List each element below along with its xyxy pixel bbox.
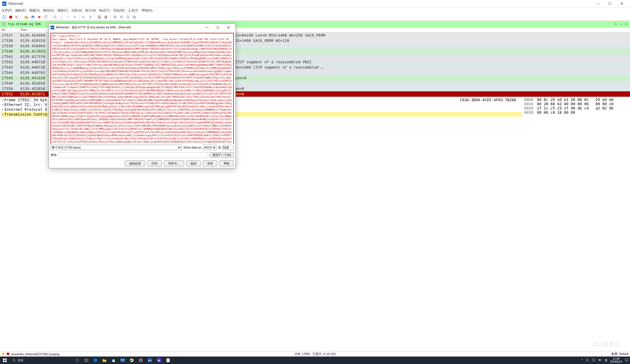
goto-icon[interactable] [72, 14, 77, 20]
svg-rect-4 [32, 17, 34, 18]
zoom-reset-icon[interactable] [125, 14, 131, 20]
close-file-icon[interactable] [37, 14, 42, 20]
menu-telephony[interactable]: 电话(Y) [99, 8, 110, 13]
menu-edit[interactable]: 编辑(E) [15, 8, 26, 13]
dialog-maximize[interactable]: ☐ [212, 24, 223, 31]
menu-wireless[interactable]: 无线(W) [113, 8, 125, 13]
last-icon[interactable] [87, 14, 93, 20]
stream-content[interactable]: GET /login;HTTP/1.1 User-Agent: Mozilla/… [49, 31, 235, 117]
minimize-button[interactable]: — [592, 0, 604, 7]
main-titlebar: *Ethernet0 — ☐ ✕ [0, 0, 630, 7]
menu-view[interactable]: 视图(V) [29, 8, 40, 13]
filter-clear-icon[interactable] [613, 21, 618, 27]
svg-point-5 [54, 16, 56, 18]
first-icon[interactable] [81, 14, 86, 20]
dialog-title: Wireshark · 追踪 HTTP 流 (tcp.stream eq 506… [56, 25, 202, 29]
dialog-close[interactable]: ✕ [223, 24, 234, 31]
stop-capture-icon[interactable] [8, 14, 13, 20]
next-icon[interactable] [65, 14, 71, 20]
wireshark-icon [2, 2, 6, 6]
reload-icon[interactable] [43, 14, 48, 20]
maximize-button[interactable]: ☐ [604, 0, 616, 7]
start-capture-icon[interactable] [2, 14, 7, 20]
svg-rect-2 [9, 16, 12, 18]
hex-view[interactable]: 000000 0c 29 e0 e1 26 00 0c 29 ed eb0010… [522, 97, 629, 117]
menu-help[interactable]: 帮助(H) [142, 8, 153, 13]
filter-bookmark-icon[interactable] [1, 21, 6, 27]
colorize-icon[interactable] [103, 14, 108, 20]
autoscroll-icon[interactable] [97, 14, 102, 20]
menu-tools[interactable]: 工具(T) [128, 8, 138, 13]
svg-rect-13 [2, 23, 5, 25]
svg-point-12 [127, 16, 129, 18]
open-file-icon[interactable] [24, 14, 29, 20]
menu-go[interactable]: 跳转(G) [43, 8, 54, 13]
resize-columns-icon[interactable] [132, 14, 137, 20]
menu-file[interactable]: 文件(F) [2, 8, 12, 13]
save-file-icon[interactable] [30, 14, 36, 20]
filter-add-icon[interactable] [624, 21, 629, 27]
find-icon[interactable] [52, 14, 58, 20]
wireshark-icon [50, 26, 54, 29]
svg-rect-1 [3, 15, 6, 19]
col-time[interactable]: Time [19, 28, 51, 32]
svg-rect-9 [104, 18, 107, 18]
toolbar [0, 13, 630, 21]
svg-rect-8 [104, 17, 107, 18]
dialog-titlebar: Wireshark · 追踪 HTTP 流 (tcp.stream eq 506… [49, 24, 235, 31]
request-headers: User-Agent: Mozilla/5.0 (Windows NT 10.0… [52, 38, 232, 117]
zoom-out-icon[interactable] [119, 14, 124, 20]
request-first-line: GET /login;HTTP/1.1 [52, 34, 232, 38]
restart-capture-icon[interactable] [14, 14, 20, 20]
zoom-in-icon[interactable] [112, 14, 118, 20]
menu-statistics[interactable]: 统计(S) [85, 8, 96, 13]
svg-rect-7 [104, 16, 107, 17]
menu-analyze[interactable]: 分析(A) [71, 8, 82, 13]
filter-apply-icon[interactable] [618, 21, 624, 27]
prev-icon[interactable] [59, 14, 64, 20]
close-button[interactable]: ✕ [616, 0, 628, 7]
menubar: 文件(F) 编辑(E) 视图(V) 跳转(G) 捕获(C) 分析(A) 统计(S… [0, 7, 630, 13]
col-info[interactable]: Info [175, 28, 630, 32]
window-title: *Ethernet0 [8, 2, 592, 6]
follow-stream-dialog: Wireshark · 追踪 HTTP 流 (tcp.stream eq 506… [49, 24, 236, 117]
dialog-minimize[interactable]: — [202, 24, 212, 31]
menu-capture[interactable]: 捕获(C) [57, 8, 68, 13]
col-no[interactable]: No. [0, 28, 19, 32]
